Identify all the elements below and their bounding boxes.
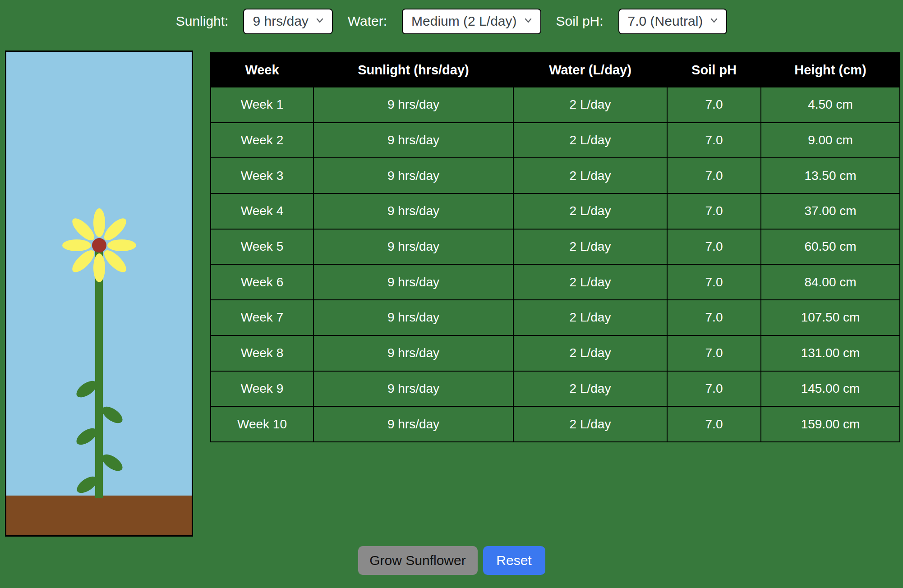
table-cell: 2 L/day: [513, 335, 667, 371]
soil-ph-select-value: 7.0 (Neutral): [628, 14, 703, 29]
table-header-cell: Sunlight (hrs/day): [313, 53, 513, 87]
flower-petal: [107, 239, 136, 251]
flower-petal: [101, 247, 130, 276]
table-cell: 7.0: [667, 264, 761, 300]
table-row: Week 99 hrs/day2 L/day7.0145.00 cm: [211, 371, 900, 407]
actions-bar: Grow Sunflower Reset: [0, 546, 903, 575]
soil-ph-select[interactable]: 7.0 (Neutral): [618, 9, 728, 34]
sunlight-select-value: 9 hrs/day: [253, 14, 308, 29]
table-cell: 145.00 cm: [761, 371, 900, 407]
table-cell: 7.0: [667, 406, 761, 442]
sunlight-label: Sunlight:: [176, 14, 229, 29]
table-cell: 13.50 cm: [761, 158, 900, 193]
table-cell: 9 hrs/day: [313, 158, 513, 193]
table-cell: Week 1: [211, 87, 313, 123]
flower-petal: [93, 208, 105, 237]
table-cell: Week 9: [211, 371, 313, 407]
table-cell: 2 L/day: [513, 264, 667, 300]
table-row: Week 49 hrs/day2 L/day7.037.00 cm: [211, 193, 900, 229]
table-cell: 2 L/day: [513, 87, 667, 123]
table-cell: 7.0: [667, 300, 761, 335]
table-cell: Week 7: [211, 300, 313, 335]
chevron-down-icon: [709, 14, 719, 29]
table-row: Week 29 hrs/day2 L/day7.09.00 cm: [211, 123, 900, 158]
table-header-cell: Water (L/day): [513, 53, 667, 87]
table-cell: 7.0: [667, 193, 761, 229]
table-cell: 2 L/day: [513, 193, 667, 229]
table-cell: 4.50 cm: [761, 87, 900, 123]
flower-petal: [62, 239, 91, 251]
soil-ph-label: Soil pH:: [556, 14, 604, 29]
table-cell: Week 5: [211, 229, 313, 265]
table-row: Week 39 hrs/day2 L/day7.013.50 cm: [211, 158, 900, 193]
table-cell: 9 hrs/day: [313, 264, 513, 300]
table-header-cell: Soil pH: [667, 53, 761, 87]
reset-button[interactable]: Reset: [483, 546, 545, 575]
table-cell: 2 L/day: [513, 158, 667, 193]
table-cell: 2 L/day: [513, 371, 667, 407]
table-cell: 9 hrs/day: [313, 123, 513, 158]
growth-table: WeekSunlight (hrs/day)Water (L/day)Soil …: [210, 52, 900, 442]
table-cell: Week 8: [211, 335, 313, 371]
table-cell: Week 2: [211, 123, 313, 158]
table-cell: 2 L/day: [513, 123, 667, 158]
table-cell: Week 3: [211, 158, 313, 193]
table-cell: 7.0: [667, 158, 761, 193]
table-header-cell: Week: [211, 53, 313, 87]
table-cell: 7.0: [667, 87, 761, 123]
table-cell: 37.00 cm: [761, 193, 900, 229]
table-cell: 84.00 cm: [761, 264, 900, 300]
table-cell: 7.0: [667, 229, 761, 265]
table-cell: 2 L/day: [513, 406, 667, 442]
table-row: Week 19 hrs/day2 L/day7.04.50 cm: [211, 87, 900, 123]
sunflower-stem: [95, 245, 103, 498]
table-row: Week 59 hrs/day2 L/day7.060.50 cm: [211, 229, 900, 265]
table-body: Week 19 hrs/day2 L/day7.04.50 cmWeek 29 …: [211, 87, 900, 442]
table-cell: 60.50 cm: [761, 229, 900, 265]
table-cell: 159.00 cm: [761, 406, 900, 442]
table-cell: 9 hrs/day: [313, 193, 513, 229]
table-cell: 7.0: [667, 335, 761, 371]
table-cell: 9 hrs/day: [313, 87, 513, 123]
controls-bar: Sunlight: 9 hrs/day Water: Medium (2 L/d…: [0, 0, 903, 42]
water-select-value: Medium (2 L/day): [411, 14, 516, 29]
table-cell: 9 hrs/day: [313, 335, 513, 371]
table-head-row: WeekSunlight (hrs/day)Water (L/day)Soil …: [211, 53, 900, 87]
sunflower-leaf: [99, 403, 125, 426]
table-cell: 9.00 cm: [761, 123, 900, 158]
table-cell: 2 L/day: [513, 300, 667, 335]
flower-petal: [93, 253, 105, 282]
table-cell: 107.50 cm: [761, 300, 900, 335]
table-cell: 2 L/day: [513, 229, 667, 265]
sunflower-leaf: [99, 451, 125, 474]
table-header-cell: Height (cm): [761, 53, 900, 87]
table-cell: 7.0: [667, 123, 761, 158]
chevron-down-icon: [523, 14, 534, 29]
table-cell: Week 4: [211, 193, 313, 229]
table-row: Week 89 hrs/day2 L/day7.0131.00 cm: [211, 335, 900, 371]
table-cell: Week 10: [211, 406, 313, 442]
table-cell: 9 hrs/day: [313, 300, 513, 335]
table-cell: 131.00 cm: [761, 335, 900, 371]
table-cell: 9 hrs/day: [313, 229, 513, 265]
water-label: Water:: [348, 14, 387, 29]
soil: [6, 496, 192, 535]
table-row: Week 69 hrs/day2 L/day7.084.00 cm: [211, 264, 900, 300]
table-cell: 7.0: [667, 371, 761, 407]
table-cell: Week 6: [211, 264, 313, 300]
sunflower-canvas: [5, 51, 193, 537]
water-select[interactable]: Medium (2 L/day): [402, 9, 541, 34]
table-cell: 9 hrs/day: [313, 406, 513, 442]
table-row: Week 79 hrs/day2 L/day7.0107.50 cm: [211, 300, 900, 335]
flower-center: [92, 238, 106, 253]
sunlight-select[interactable]: 9 hrs/day: [243, 9, 332, 34]
table-cell: 9 hrs/day: [313, 371, 513, 407]
table-row: Week 109 hrs/day2 L/day7.0159.00 cm: [211, 406, 900, 442]
grow-sunflower-button[interactable]: Grow Sunflower: [358, 546, 478, 575]
chevron-down-icon: [314, 14, 325, 29]
